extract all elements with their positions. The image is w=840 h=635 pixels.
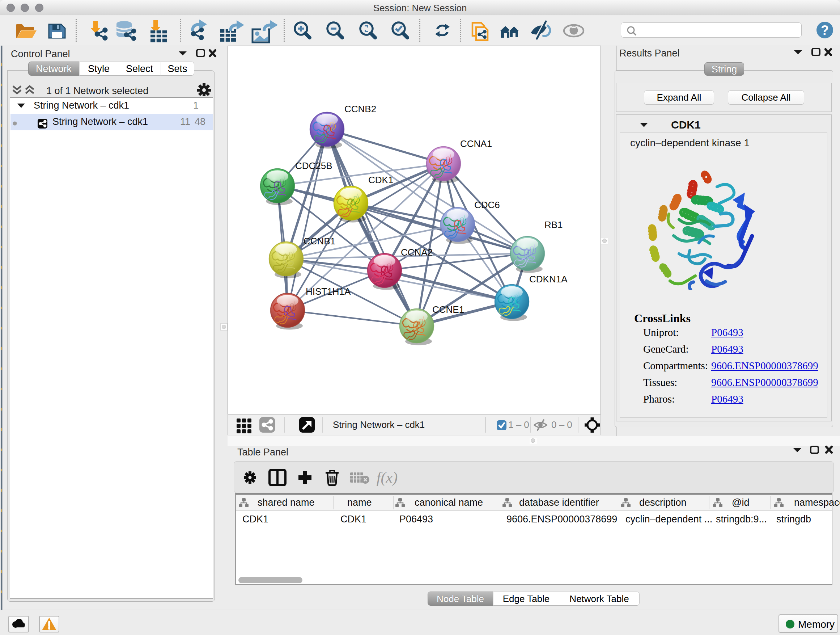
svg-text:CDC6: CDC6: [474, 200, 500, 211]
svg-text:CDKN1A: CDKN1A: [529, 274, 568, 285]
svg-text:CCNA2: CCNA2: [401, 247, 433, 258]
svg-text:?: ?: [821, 23, 829, 38]
svg-text:HIST1H1A: HIST1H1A: [306, 286, 351, 297]
svg-text:f(x): f(x): [377, 469, 398, 486]
svg-text:CCNB2: CCNB2: [344, 103, 376, 114]
svg-text:CCNA1: CCNA1: [460, 138, 492, 149]
svg-text:CDC25B: CDC25B: [295, 160, 332, 171]
svg-text:CCNB1: CCNB1: [303, 236, 335, 247]
svg-text:CDK1: CDK1: [368, 174, 393, 185]
svg-text:RB1: RB1: [545, 219, 563, 230]
svg-text:CCNE1: CCNE1: [432, 304, 464, 315]
